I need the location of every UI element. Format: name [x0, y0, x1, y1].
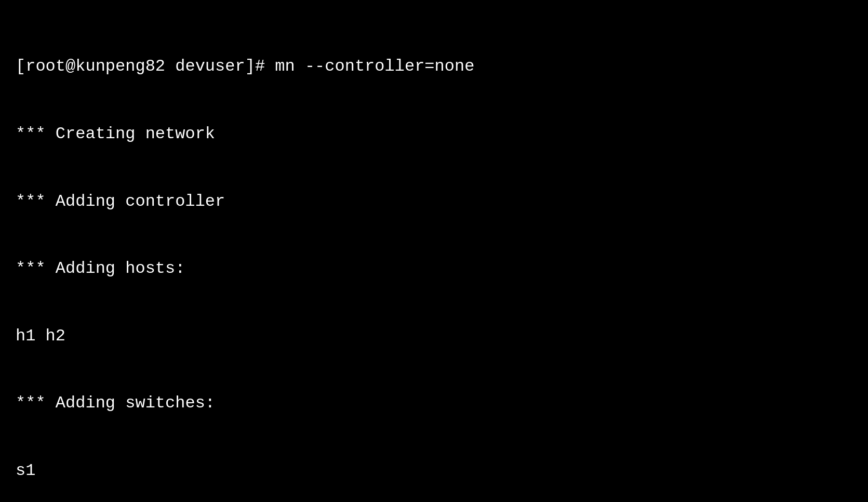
terminal-line-cmd: [root@kunpeng82 devuser]# mn --controlle…	[16, 55, 852, 77]
terminal-window: [root@kunpeng82 devuser]# mn --controlle…	[0, 0, 868, 502]
terminal-line-adding-hosts-label: *** Adding hosts:	[16, 257, 852, 280]
terminal-line-switches: s1	[16, 459, 852, 482]
terminal-line-creating: *** Creating network	[16, 123, 852, 145]
terminal-line-hosts: h1 h2	[16, 325, 852, 347]
terminal-line-adding-controller: *** Adding controller	[16, 190, 852, 213]
terminal-line-adding-switches-label: *** Adding switches:	[16, 392, 852, 414]
